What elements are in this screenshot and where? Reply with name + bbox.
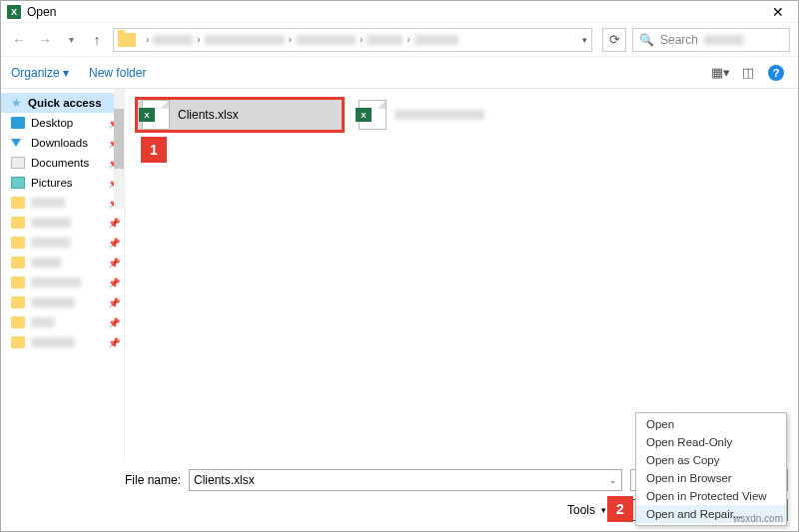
sidebar-item-folder[interactable]: 📌 bbox=[1, 272, 124, 292]
file-pane[interactable]: X Clients.xlsx X 1 bbox=[125, 89, 798, 461]
scrollbar[interactable] bbox=[114, 89, 124, 209]
window-title: Open bbox=[27, 5, 56, 19]
star-icon: ★ bbox=[11, 96, 22, 110]
sidebar-item-folder[interactable]: 📌 bbox=[1, 193, 124, 213]
chevron-down-icon[interactable]: ⌄ bbox=[609, 475, 617, 485]
organize-button[interactable]: Organize ▾ bbox=[11, 66, 69, 80]
excel-file-icon: X bbox=[359, 100, 387, 130]
sidebar-item-folder[interactable]: 📌 bbox=[1, 292, 124, 312]
address-bar[interactable]: › › › › › ▾ bbox=[113, 28, 592, 52]
folder-icon bbox=[11, 316, 25, 328]
help-button[interactable]: ? bbox=[764, 62, 788, 84]
sidebar-item-folder[interactable]: 📌 bbox=[1, 312, 124, 332]
callout-1: 1 bbox=[141, 137, 167, 163]
sidebar-item-folder[interactable]: 📌 bbox=[1, 213, 124, 233]
document-icon bbox=[11, 157, 25, 169]
open-dropdown-menu: Open Open Read-Only Open as Copy Open in… bbox=[635, 412, 787, 526]
pictures-icon bbox=[11, 177, 25, 189]
close-button[interactable]: ✕ bbox=[758, 1, 798, 23]
folder-icon bbox=[11, 197, 25, 209]
file-clients-xlsx[interactable]: X Clients.xlsx bbox=[135, 97, 345, 133]
excel-app-icon: X bbox=[7, 5, 21, 19]
breadcrumb-segment[interactable] bbox=[153, 35, 193, 45]
file-item[interactable]: X bbox=[355, 97, 564, 133]
excel-file-icon: X bbox=[142, 100, 170, 130]
preview-pane-icon[interactable]: ◫ bbox=[736, 62, 760, 84]
folder-icon bbox=[11, 296, 25, 308]
menu-open-read-only[interactable]: Open Read-Only bbox=[636, 433, 786, 451]
desktop-icon bbox=[11, 117, 25, 129]
pin-icon: 📌 bbox=[108, 218, 120, 229]
pin-icon: 📌 bbox=[108, 258, 120, 268]
search-icon: 🔍 bbox=[639, 33, 654, 47]
sidebar-item-folder[interactable]: 📌 bbox=[1, 233, 124, 253]
folder-icon bbox=[11, 257, 25, 268]
sidebar-item-folder[interactable]: 📌 bbox=[1, 253, 124, 272]
sidebar: ★ Quick access Desktop 📌 Downloads 📌 Doc… bbox=[1, 89, 125, 461]
breadcrumb-segment[interactable] bbox=[414, 35, 458, 45]
watermark: wsxdn.com bbox=[733, 513, 783, 524]
folder-icon bbox=[118, 33, 136, 47]
sidebar-item-pictures[interactable]: Pictures 📌 bbox=[1, 173, 124, 193]
addr-dropdown-icon[interactable]: ▾ bbox=[582, 35, 587, 45]
folder-icon bbox=[11, 276, 25, 288]
sidebar-item-quick-access[interactable]: ★ Quick access bbox=[1, 93, 124, 113]
new-folder-button[interactable]: New folder bbox=[89, 66, 146, 80]
tools-button[interactable]: Tools▾ bbox=[567, 503, 606, 517]
sidebar-item-downloads[interactable]: Downloads 📌 bbox=[1, 133, 124, 153]
file-label bbox=[395, 110, 484, 120]
file-label: Clients.xlsx bbox=[178, 108, 239, 122]
view-options-icon[interactable]: ▦▾ bbox=[708, 62, 732, 84]
callout-2: 2 bbox=[607, 496, 633, 522]
back-arrow-icon[interactable]: ← bbox=[9, 30, 29, 50]
sidebar-item-documents[interactable]: Documents 📌 bbox=[1, 153, 124, 173]
folder-icon bbox=[11, 237, 25, 249]
filename-input[interactable]: Clients.xlsx ⌄ bbox=[189, 469, 622, 491]
menu-open-in-browser[interactable]: Open in Browser bbox=[636, 469, 786, 487]
menu-open[interactable]: Open bbox=[636, 415, 786, 433]
breadcrumb-segment[interactable] bbox=[296, 35, 356, 45]
pin-icon: 📌 bbox=[108, 337, 120, 348]
breadcrumb-segment[interactable] bbox=[367, 35, 402, 45]
up-arrow-icon[interactable]: ↑ bbox=[87, 30, 107, 50]
menu-open-as-copy[interactable]: Open as Copy bbox=[636, 451, 786, 469]
breadcrumb-chevron-icon: › bbox=[146, 34, 149, 45]
pin-icon: 📌 bbox=[108, 238, 120, 249]
folder-icon bbox=[11, 217, 25, 229]
forward-arrow-icon: → bbox=[35, 30, 55, 50]
search-input[interactable]: 🔍 Search bbox=[632, 28, 790, 52]
pin-icon: 📌 bbox=[108, 317, 120, 328]
pin-icon: 📌 bbox=[108, 277, 120, 288]
recent-chevron-icon[interactable]: ▾ bbox=[61, 30, 81, 50]
sidebar-item-desktop[interactable]: Desktop 📌 bbox=[1, 113, 124, 133]
search-placeholder: Search bbox=[660, 33, 698, 47]
refresh-button[interactable]: ⟳ bbox=[602, 28, 626, 52]
filename-label: File name: bbox=[11, 473, 181, 487]
download-icon bbox=[11, 137, 25, 149]
breadcrumb-segment[interactable] bbox=[205, 35, 285, 45]
pin-icon: 📌 bbox=[108, 297, 120, 308]
menu-open-protected-view[interactable]: Open in Protected View bbox=[636, 487, 786, 505]
sidebar-item-folder[interactable]: 📌 bbox=[1, 332, 124, 352]
folder-icon bbox=[11, 336, 25, 348]
